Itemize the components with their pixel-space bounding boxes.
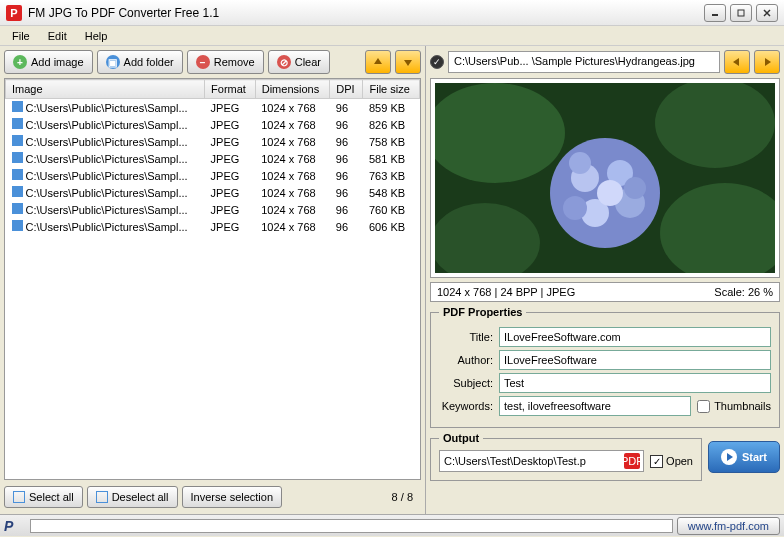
col-dpi[interactable]: DPI xyxy=(330,80,363,99)
table-row[interactable]: C:\Users\Public\Pictures\Sampl...JPEG102… xyxy=(6,167,420,184)
subject-field[interactable] xyxy=(499,373,771,393)
row-checkbox-icon xyxy=(12,169,23,180)
output-path: C:\Users\Test\Desktop\Test.p xyxy=(440,455,621,467)
start-button[interactable]: Start xyxy=(708,441,780,473)
preview-check-icon: ✓ xyxy=(430,55,444,69)
image-info-bar: 1024 x 768 | 24 BPP | JPEG Scale: 26 % xyxy=(430,282,780,302)
title-field[interactable] xyxy=(499,327,771,347)
progress-bar xyxy=(30,519,673,533)
preview-path-bar: ✓ C:\Users\Pub... \Sample Pictures\Hydra… xyxy=(430,50,780,74)
row-checkbox-icon xyxy=(12,186,23,197)
author-label: Author: xyxy=(439,354,493,366)
menubar: File Edit Help xyxy=(0,26,784,46)
row-checkbox-icon xyxy=(12,101,23,112)
deselect-all-button[interactable]: Deselect all xyxy=(87,486,178,508)
row-checkbox-icon xyxy=(12,118,23,129)
image-scale: Scale: 26 % xyxy=(714,286,773,298)
svg-point-17 xyxy=(597,180,623,206)
preview-box xyxy=(430,78,780,278)
menu-help[interactable]: Help xyxy=(77,28,116,44)
clear-icon: ⊘ xyxy=(277,55,291,69)
paypal-icon[interactable]: P xyxy=(4,518,26,534)
prev-image-button[interactable] xyxy=(724,50,750,74)
thumbnails-checkbox[interactable] xyxy=(697,400,710,413)
row-checkbox-icon xyxy=(12,152,23,163)
move-up-button[interactable] xyxy=(365,50,391,74)
svg-point-19 xyxy=(569,152,591,174)
keywords-field[interactable] xyxy=(499,396,691,416)
preview-image xyxy=(435,83,775,273)
output-legend: Output xyxy=(439,432,483,444)
close-button[interactable] xyxy=(756,4,778,22)
table-row[interactable]: C:\Users\Public\Pictures\Sampl...JPEG102… xyxy=(6,218,420,235)
app-icon: P xyxy=(6,5,22,21)
pdf-icon: PDF xyxy=(624,453,640,469)
svg-point-18 xyxy=(624,177,646,199)
statusbar: P www.fm-pdf.com xyxy=(0,514,784,536)
col-format[interactable]: Format xyxy=(205,80,256,99)
select-all-button[interactable]: Select all xyxy=(4,486,83,508)
pdf-properties-group: PDF Properties Title: Author: Subject: K… xyxy=(430,306,780,428)
minimize-button[interactable] xyxy=(704,4,726,22)
table-row[interactable]: C:\Users\Public\Pictures\Sampl...JPEG102… xyxy=(6,201,420,218)
checkbox-empty-icon xyxy=(96,491,108,503)
window-title: FM JPG To PDF Converter Free 1.1 xyxy=(28,6,704,20)
selection-count: 8 / 8 xyxy=(392,491,421,503)
subject-label: Subject: xyxy=(439,377,493,389)
plus-icon: + xyxy=(13,55,27,69)
table-row[interactable]: C:\Users\Public\Pictures\Sampl...JPEG102… xyxy=(6,184,420,201)
col-image[interactable]: Image xyxy=(6,80,205,99)
preview-path: C:\Users\Pub... \Sample Pictures\Hydrang… xyxy=(448,51,720,73)
svg-rect-3 xyxy=(738,10,744,16)
row-checkbox-icon xyxy=(12,203,23,214)
add-folder-button[interactable]: ▣Add folder xyxy=(97,50,183,74)
row-checkbox-icon xyxy=(12,220,23,231)
inverse-selection-button[interactable]: Inverse selection xyxy=(182,486,283,508)
table-row[interactable]: C:\Users\Public\Pictures\Sampl...JPEG102… xyxy=(6,150,420,167)
output-group: Output C:\Users\Test\Desktop\Test.p PDF … xyxy=(430,432,702,481)
play-icon xyxy=(721,449,737,465)
image-info: 1024 x 768 | 24 BPP | JPEG xyxy=(437,286,575,298)
right-pane: ✓ C:\Users\Pub... \Sample Pictures\Hydra… xyxy=(426,46,784,514)
next-image-button[interactable] xyxy=(754,50,780,74)
maximize-button[interactable] xyxy=(730,4,752,22)
file-table[interactable]: Image Format Dimensions DPI File size C:… xyxy=(4,78,421,480)
open-checkbox[interactable]: ✓ xyxy=(650,455,663,468)
checkbox-icon xyxy=(13,491,25,503)
titlebar: P FM JPG To PDF Converter Free 1.1 xyxy=(0,0,784,26)
keywords-label: Keywords: xyxy=(439,400,493,412)
website-link[interactable]: www.fm-pdf.com xyxy=(677,517,780,535)
row-checkbox-icon xyxy=(12,135,23,146)
folder-icon: ▣ xyxy=(106,55,120,69)
svg-point-16 xyxy=(563,196,587,220)
minus-icon: − xyxy=(196,55,210,69)
selection-bar: Select all Deselect all Inverse selectio… xyxy=(4,484,421,510)
left-pane: +Add image ▣Add folder −Remove ⊘Clear Im… xyxy=(0,46,426,514)
menu-file[interactable]: File xyxy=(4,28,38,44)
table-row[interactable]: C:\Users\Public\Pictures\Sampl...JPEG102… xyxy=(6,133,420,150)
table-row[interactable]: C:\Users\Public\Pictures\Sampl...JPEG102… xyxy=(6,116,420,133)
svg-text:P: P xyxy=(10,7,17,19)
thumbnails-label: Thumbnails xyxy=(714,400,771,412)
add-image-button[interactable]: +Add image xyxy=(4,50,93,74)
output-path-field[interactable]: C:\Users\Test\Desktop\Test.p PDF xyxy=(439,450,644,472)
pdf-properties-legend: PDF Properties xyxy=(439,306,526,318)
col-dimensions[interactable]: Dimensions xyxy=(255,80,330,99)
remove-button[interactable]: −Remove xyxy=(187,50,264,74)
table-row[interactable]: C:\Users\Public\Pictures\Sampl...JPEG102… xyxy=(6,99,420,117)
author-field[interactable] xyxy=(499,350,771,370)
left-toolbar: +Add image ▣Add folder −Remove ⊘Clear xyxy=(4,50,421,74)
menu-edit[interactable]: Edit xyxy=(40,28,75,44)
col-filesize[interactable]: File size xyxy=(363,80,420,99)
title-label: Title: xyxy=(439,331,493,343)
open-label: Open xyxy=(666,455,693,467)
clear-button[interactable]: ⊘Clear xyxy=(268,50,330,74)
svg-text:PDF: PDF xyxy=(624,455,640,467)
move-down-button[interactable] xyxy=(395,50,421,74)
